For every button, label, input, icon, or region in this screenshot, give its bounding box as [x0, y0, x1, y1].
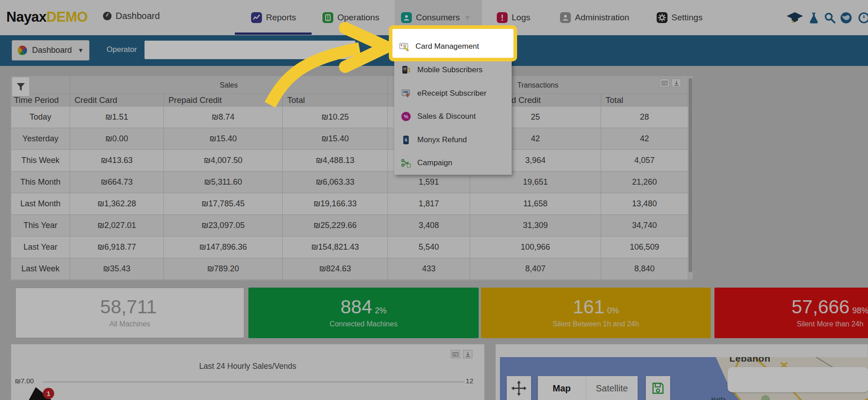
- card-management-icon: [399, 41, 410, 52]
- menu-item-label: Card Management: [415, 42, 479, 51]
- menu-item-card-management-highlighted[interactable]: Card Management: [399, 41, 479, 52]
- nayax-dashboard: NayaxDEMO Dashboard Reports Operations C…: [0, 0, 868, 400]
- highlight-box-card-management: Card Management: [389, 25, 517, 61]
